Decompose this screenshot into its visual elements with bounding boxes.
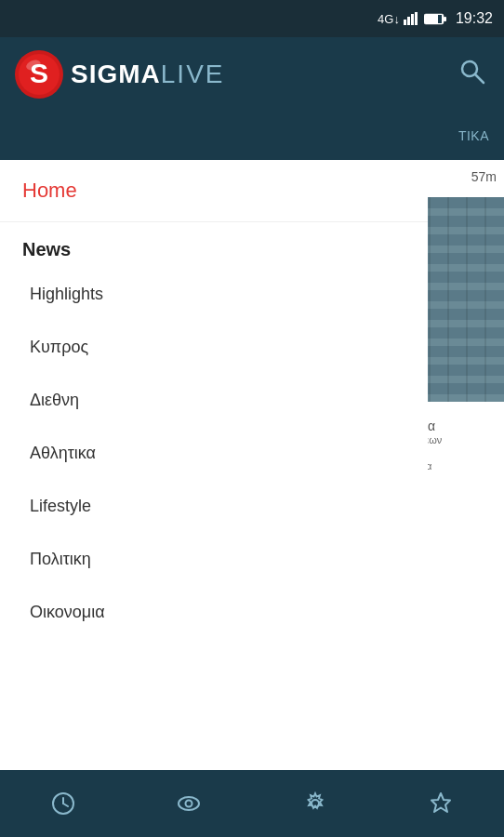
search-button[interactable] xyxy=(456,55,489,95)
svg-point-21 xyxy=(179,797,199,810)
eye-icon xyxy=(177,791,201,816)
svg-rect-6 xyxy=(425,15,438,23)
svg-rect-3 xyxy=(415,12,418,25)
drawer-item-athlitika[interactable]: Αθλητικα xyxy=(0,427,428,480)
star-icon xyxy=(429,791,453,816)
svg-rect-1 xyxy=(407,17,410,25)
bottom-nav-settings[interactable] xyxy=(285,784,346,823)
svg-rect-0 xyxy=(404,20,406,25)
drawer-item-lifestyle[interactable]: Lifestyle xyxy=(0,480,428,533)
bottom-navigation xyxy=(0,770,504,837)
logo-sigma: SIGMA xyxy=(71,60,161,89)
status-time: 19:32 xyxy=(456,10,493,27)
home-label: Home xyxy=(22,179,77,202)
drawer-item-oikonomia[interactable]: Οικονομια xyxy=(0,586,428,639)
settings-icon xyxy=(303,791,327,816)
battery-icon xyxy=(424,13,446,25)
nav-tabs-area: ΤΙΚΑ xyxy=(0,112,504,160)
svg-rect-7 xyxy=(444,17,446,21)
status-icons: 4G↓ 19:32 xyxy=(378,10,493,27)
drawer-home-item[interactable]: Home xyxy=(0,160,428,222)
svg-line-13 xyxy=(475,74,484,83)
nav-tab-visible[interactable]: ΤΙΚΑ xyxy=(458,128,489,143)
time-ago-badge: 57m xyxy=(471,169,497,184)
search-icon xyxy=(459,59,485,85)
logo-live: LIVE xyxy=(161,60,225,89)
svg-point-22 xyxy=(186,801,192,807)
bottom-nav-history[interactable] xyxy=(33,784,94,823)
clock-icon xyxy=(51,791,75,816)
drawer-item-politiki[interactable]: Πολιτικη xyxy=(0,533,428,586)
logo-container: S SIGMA LIVE xyxy=(15,50,224,99)
app-header: S SIGMA LIVE xyxy=(0,37,504,112)
svg-marker-24 xyxy=(431,793,450,812)
svg-line-20 xyxy=(63,804,68,806)
drawer-item-highlights[interactable]: Highlights xyxy=(0,268,428,321)
4g-icon: 4G↓ xyxy=(378,12,400,26)
signal-icon xyxy=(404,12,420,25)
navigation-drawer: Home News HighlightsΚυπροςΔιεθνηΑθλητικα… xyxy=(0,160,428,770)
bottom-nav-watching[interactable] xyxy=(158,784,219,823)
svg-rect-2 xyxy=(411,14,414,25)
drawer-item-kypros[interactable]: Κυπρος xyxy=(0,321,428,374)
status-bar: 4G↓ 19:32 xyxy=(0,0,504,37)
drawer-item-diethni[interactable]: Διεθνη xyxy=(0,374,428,427)
menu-items-list: HighlightsΚυπροςΔιεθνηΑθλητικαLifestyleΠ… xyxy=(0,268,428,639)
logo-icon: S xyxy=(15,50,63,99)
bottom-nav-favorites[interactable] xyxy=(410,784,471,823)
news-section-title: News xyxy=(0,222,428,268)
logo-text: SIGMA LIVE xyxy=(63,60,224,89)
